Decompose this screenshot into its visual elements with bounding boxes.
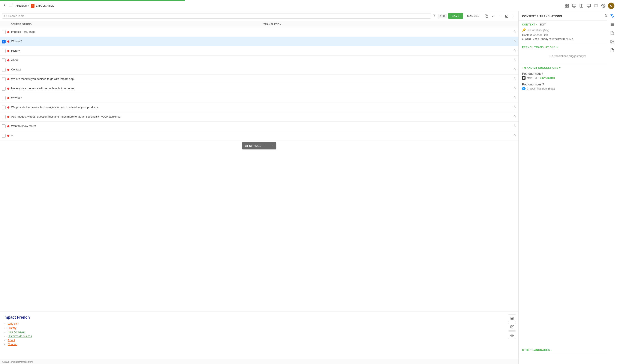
- row-checkbox[interactable]: [2, 105, 6, 109]
- add-icon[interactable]: [497, 13, 503, 19]
- table-row[interactable]: Why us?: [0, 93, 518, 103]
- row-checkbox[interactable]: [2, 39, 6, 43]
- suggestion-item[interactable]: Pourquoi nous? Main TM · 100% match: [522, 72, 614, 80]
- table-row[interactable]: Impact HTML page: [0, 27, 518, 37]
- back-button[interactable]: [2, 3, 7, 8]
- row-action-icon[interactable]: [513, 105, 516, 109]
- string-text: Contact: [11, 68, 512, 72]
- table-row[interactable]: »: [0, 131, 518, 141]
- row-action-icon[interactable]: [513, 68, 516, 72]
- preview-edit-button[interactable]: [508, 323, 516, 331]
- topbar-icon-3[interactable]: [579, 3, 584, 8]
- table-row[interactable]: Want to know more!: [0, 122, 518, 131]
- topbar-icon-4[interactable]: [586, 3, 591, 8]
- row-action-icon[interactable]: [513, 49, 516, 53]
- table-row[interactable]: About: [0, 56, 518, 65]
- row-action-icon[interactable]: [513, 87, 516, 90]
- table-row[interactable]: We provide the newest technologies for y…: [0, 103, 518, 112]
- breadcrumb: FRENCH › H EMAILS.HTML: [15, 4, 54, 8]
- topbar-icon-keyboard[interactable]: [593, 3, 599, 8]
- svg-rect-15: [594, 5, 598, 7]
- row-checkbox[interactable]: [2, 58, 6, 62]
- preview-grid-button[interactable]: [508, 314, 516, 322]
- string-text: We are thankful you decided to go with I…: [11, 77, 512, 81]
- table-row[interactable]: Add images, videos, questionaries and mu…: [0, 112, 518, 122]
- edit-icon[interactable]: [504, 13, 510, 19]
- sidebar-item-translate[interactable]: [608, 12, 616, 20]
- save-button[interactable]: SAVE: [448, 13, 463, 19]
- preview-eye-button[interactable]: [508, 331, 516, 339]
- file-path: /Email Templates/emails.html: [2, 361, 33, 363]
- string-text: Want to know more!: [11, 124, 512, 128]
- preview-link-fluxtravail[interactable]: Flux de travail: [8, 330, 25, 334]
- row-action-icon[interactable]: [513, 115, 516, 119]
- topbar-icons: U: [564, 2, 615, 9]
- sidebar-item-document[interactable]: [608, 29, 616, 37]
- preview-list: Why us? History Flux de travail Histoire…: [3, 322, 515, 346]
- other-languages-title[interactable]: OTHER LANGUAGES ›: [522, 349, 614, 351]
- row-checkbox[interactable]: [2, 30, 6, 34]
- svg-rect-33: [511, 317, 512, 318]
- table-row[interactable]: Why us?: [0, 37, 518, 46]
- preview-link-contact[interactable]: Contact: [8, 343, 17, 346]
- row-action-icon[interactable]: [513, 58, 516, 62]
- context-tab[interactable]: CONTEXT ›: [522, 23, 537, 26]
- row-action-icon[interactable]: [513, 134, 516, 137]
- preview-link-history[interactable]: History: [8, 326, 16, 329]
- sidebar-item-file[interactable]: [608, 46, 616, 54]
- status-dot: [7, 40, 9, 43]
- preview-link-about[interactable]: About: [8, 338, 15, 342]
- table-row[interactable]: We are thankful you decided to go with I…: [0, 75, 518, 84]
- right-panel: CONTEXT & TRANSLATIONS CONTEXT › EDIT: [518, 11, 617, 364]
- filter-icon[interactable]: [432, 14, 436, 18]
- row-action-icon[interactable]: [513, 124, 516, 128]
- status-dot: [7, 50, 9, 52]
- context-xpath: XPath: /html/body/div/div/ul/li/a: [522, 38, 614, 40]
- file-icon: H: [31, 4, 35, 8]
- strings-next-button[interactable]: →: [270, 144, 273, 148]
- user-avatar[interactable]: U: [608, 2, 615, 9]
- sidebar-item-image[interactable]: [608, 38, 616, 45]
- french-translations-caret[interactable]: ▾: [556, 46, 558, 49]
- topbar-icon-2[interactable]: [572, 3, 577, 8]
- string-counter: 7 · 0: [438, 14, 446, 18]
- svg-rect-4: [567, 4, 569, 5]
- svg-point-32: [513, 17, 514, 17]
- row-checkbox[interactable]: [2, 68, 6, 72]
- row-checkbox[interactable]: [2, 134, 6, 138]
- row-checkbox[interactable]: [2, 115, 6, 119]
- table-row[interactable]: History: [0, 46, 518, 56]
- row-checkbox[interactable]: [2, 77, 6, 81]
- preview-link-histoires[interactable]: Histoires de succès: [8, 335, 32, 338]
- menu-button[interactable]: [9, 3, 13, 8]
- topbar-icon-1[interactable]: [564, 3, 569, 8]
- check-icon[interactable]: [491, 13, 496, 19]
- copy-icon[interactable]: [484, 13, 489, 19]
- search-input[interactable]: [8, 14, 429, 18]
- row-checkbox[interactable]: [2, 49, 6, 53]
- row-action-icon[interactable]: [513, 96, 516, 100]
- settings-icon[interactable]: [601, 3, 606, 8]
- sidebar-item-strings[interactable]: [608, 21, 616, 28]
- preview-link-whyus[interactable]: Why us?: [8, 322, 19, 325]
- table-row[interactable]: Hope your experience will be not less bu…: [0, 84, 518, 93]
- row-action-icon[interactable]: [513, 77, 516, 81]
- breadcrumb-arrow: ›: [28, 4, 29, 7]
- more-icon[interactable]: [511, 13, 516, 19]
- list-item: Flux de travail: [8, 330, 515, 334]
- row-action-icon[interactable]: [513, 39, 516, 43]
- table-header: SOURCE STRING TRANSLATION: [0, 21, 518, 27]
- row-checkbox[interactable]: [2, 124, 6, 128]
- strings-prev-button[interactable]: ←: [264, 144, 267, 148]
- tm-suggestions-caret[interactable]: ▾: [559, 66, 561, 69]
- suggestion-item[interactable]: Pourquoi nous ? C Crowdin Translate (bet…: [522, 83, 614, 90]
- row-checkbox[interactable]: [2, 96, 6, 100]
- context-key: 🔑 No identifier (key): [522, 28, 614, 32]
- edit-tab[interactable]: EDIT: [539, 23, 546, 26]
- search-box[interactable]: [2, 13, 431, 19]
- row-action-icon[interactable]: [513, 30, 516, 34]
- table-row[interactable]: Contact: [0, 65, 518, 75]
- french-translations-label: FRENCH TRANSLATIONS: [522, 46, 555, 49]
- cancel-button[interactable]: CANCEL: [465, 13, 482, 19]
- row-checkbox[interactable]: [2, 87, 6, 91]
